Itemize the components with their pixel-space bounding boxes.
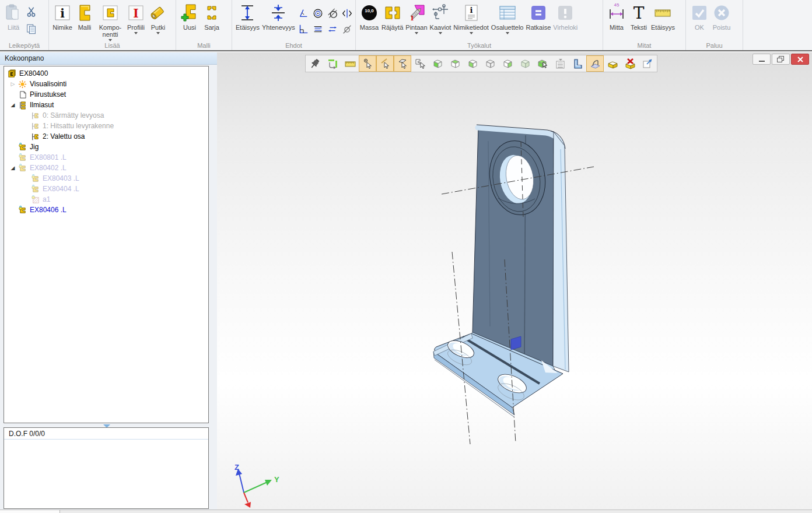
- expander-collapsed-icon[interactable]: ▷: [8, 81, 18, 87]
- fix-constraint-button[interactable]: [340, 22, 354, 37]
- etaisyys-label: Etäisyys: [236, 24, 260, 31]
- select-edge-button[interactable]: [376, 55, 394, 72]
- select-face-button[interactable]: [394, 55, 411, 72]
- concentric-constraint-button[interactable]: [311, 6, 325, 21]
- copy-button[interactable]: [24, 22, 38, 36]
- workbox-button[interactable]: [604, 55, 621, 72]
- assembly-tree[interactable]: EX80400 ▷ Visualisointi Piirustukset ◢ I…: [4, 66, 209, 423]
- teksti-button[interactable]: Teksti: [628, 2, 650, 31]
- measure-ruler-icon: [344, 58, 356, 69]
- etaisyys-measure-button[interactable]: Etäisyys: [650, 2, 676, 31]
- tree-item-config-0[interactable]: 0: Särmätty levyosa: [4, 110, 208, 121]
- viewport-toolbar: [305, 55, 657, 72]
- cube-left-face-icon: [467, 58, 478, 69]
- cube-front-face-icon: [432, 58, 443, 69]
- status-bar-segment: [0, 510, 60, 513]
- cube-top-face-icon: [449, 58, 461, 69]
- virheloki-button[interactable]: Virheloki: [552, 2, 579, 31]
- etaisyys-constraint-button[interactable]: Etäisyys: [235, 2, 261, 31]
- export-view-button[interactable]: [639, 55, 656, 72]
- uusi-label: Uusi: [183, 24, 196, 31]
- tree-item-ex80402[interactable]: ◢ EX80402 .L: [4, 163, 208, 173]
- perpendicular-constraint-button[interactable]: [296, 22, 310, 37]
- tree-item-ex80404[interactable]: EX80404 .L: [4, 184, 208, 194]
- cube-front-face-button[interactable]: [429, 55, 446, 72]
- close-button[interactable]: [791, 54, 809, 65]
- status-bar: [0, 510, 812, 513]
- constraint-hatch-icon: [31, 195, 40, 204]
- paste-button[interactable]: Liitä: [2, 2, 24, 31]
- profiili-button[interactable]: Profiili: [125, 2, 147, 35]
- tree-item-config-1[interactable]: 1: Hitsattu levyrakenne: [4, 121, 208, 131]
- ok-button[interactable]: OK: [688, 2, 710, 31]
- cube-solid-icon: [519, 58, 531, 69]
- tree-item-ilmiasut[interactable]: ◢ Ilmiasut: [4, 100, 208, 110]
- angle-constraint-button[interactable]: [296, 6, 310, 21]
- cube-left-face-button[interactable]: [464, 55, 481, 72]
- tree-label: Ilmiasut: [30, 101, 54, 109]
- cube-wireframe-button[interactable]: [481, 55, 499, 72]
- part-locked-icon: [18, 206, 27, 215]
- expander-expanded-icon[interactable]: ◢: [8, 102, 18, 108]
- model-viewport[interactable]: Z Y X: [217, 52, 812, 510]
- display-list-icon: [554, 58, 566, 69]
- osaluettelo-button[interactable]: Osaluettelo: [490, 2, 525, 35]
- cut-button[interactable]: [24, 5, 38, 19]
- paste-icon: [4, 3, 23, 23]
- ratkaise-button[interactable]: Ratkaise: [525, 2, 552, 31]
- komponentti-button[interactable]: Kompo-nentti: [96, 2, 125, 42]
- expander-expanded-icon[interactable]: ◢: [8, 165, 18, 171]
- tree-item-jig[interactable]: Jig: [4, 142, 208, 152]
- parallel-constraint-button[interactable]: [311, 22, 325, 37]
- kaaviot-button[interactable]: Kaaviot: [429, 2, 453, 35]
- sketch-plane-button[interactable]: [586, 55, 604, 72]
- part-locked-icon: [31, 185, 40, 194]
- pintaan-button[interactable]: Pintaan: [404, 2, 428, 35]
- tree-item-ex80801[interactable]: EX80801 .L: [4, 152, 208, 163]
- restore-button[interactable]: [772, 54, 790, 65]
- symmetry-constraint-button[interactable]: [340, 6, 354, 21]
- display-list-button[interactable]: [551, 55, 569, 72]
- uusi-button[interactable]: Uusi: [178, 2, 201, 31]
- select-component-button[interactable]: [411, 55, 429, 72]
- cube-solid-button[interactable]: [516, 55, 534, 72]
- poistu-button[interactable]: Poistu: [710, 2, 733, 31]
- tree-item-a1[interactable]: a1: [4, 194, 208, 205]
- sarja-button[interactable]: Sarja: [201, 2, 223, 31]
- mitta-button[interactable]: 45 Mitta: [606, 2, 628, 31]
- nimike-button[interactable]: Nimike: [51, 2, 74, 31]
- measure-ruler-button[interactable]: [341, 55, 359, 72]
- rotate-handle-button[interactable]: [324, 55, 341, 72]
- pintaan-label: Pintaan: [405, 24, 427, 31]
- tree-item-piirustukset[interactable]: Piirustukset: [4, 89, 208, 100]
- massa-button[interactable]: 10,0 Massa: [358, 2, 380, 31]
- antiparallel-constraint-button[interactable]: [326, 22, 340, 37]
- tree-item-ex80400[interactable]: EX80400: [4, 68, 208, 79]
- workbox-delete-button[interactable]: [621, 55, 639, 72]
- tree-item-visualisointi[interactable]: ▷ Visualisointi: [4, 79, 208, 89]
- ratkaise-label: Ratkaise: [526, 24, 551, 31]
- axis-triad: Z Y X: [217, 52, 812, 510]
- kaaviot-label: Kaaviot: [430, 24, 452, 31]
- malli-button[interactable]: Malli: [74, 2, 96, 31]
- putki-button[interactable]: Putki: [147, 2, 169, 35]
- series-icon: [202, 3, 222, 23]
- application-window: Liitä Leikepöytä Nimike Malli: [0, 0, 812, 513]
- cube-right-face-button[interactable]: [499, 55, 516, 72]
- tangent-constraint-button[interactable]: [326, 6, 340, 21]
- minimize-button[interactable]: [752, 54, 771, 65]
- rotate-handle-icon: [327, 58, 338, 69]
- pin-button[interactable]: [306, 55, 324, 72]
- yhtenevyys-button[interactable]: Yhtenevyys: [261, 2, 296, 31]
- sheetmetal-part-button[interactable]: [569, 55, 586, 72]
- mass-icon: 10,0: [359, 3, 379, 23]
- cube-top-face-button[interactable]: [446, 55, 464, 72]
- tree-item-ex80403[interactable]: EX80403 .L: [4, 173, 208, 184]
- tree-item-ex80406[interactable]: EX80406 .L: [4, 205, 208, 215]
- ribbon-group-conditions: Etäisyys Yhtenevyys Ehdot: [232, 0, 356, 50]
- nimiketiedot-button[interactable]: Nimiketiedot: [452, 2, 490, 35]
- tree-item-config-2[interactable]: 2: Valettu osa: [4, 131, 208, 142]
- select-body-button[interactable]: [534, 55, 551, 72]
- rajayta-button[interactable]: Räjäytä: [380, 2, 404, 31]
- select-vertex-button[interactable]: [359, 55, 376, 72]
